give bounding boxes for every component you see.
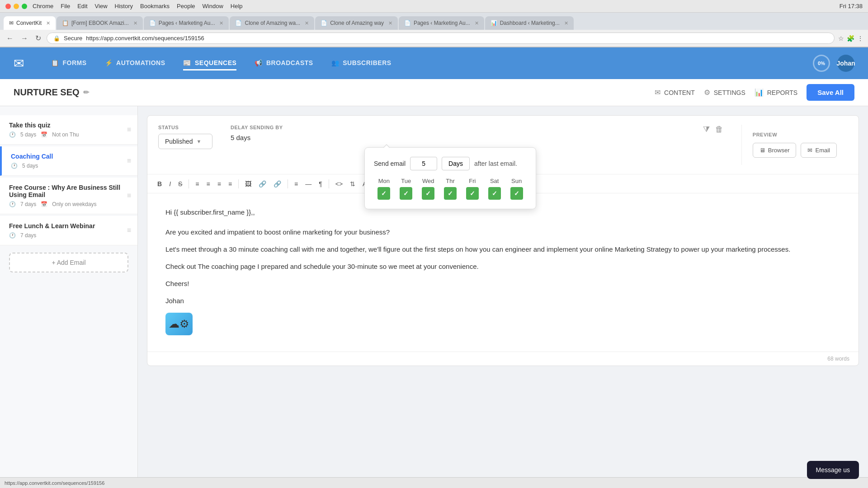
day-check-sat[interactable]: ✓ (488, 187, 501, 200)
preview-buttons: 🖥 Browser ✉ Email (753, 143, 837, 158)
day-check-thr[interactable]: ✓ (444, 187, 457, 200)
italic-button[interactable]: I (166, 178, 174, 189)
mac-titlebar: Chrome File Edit View History Bookmarks … (0, 0, 868, 13)
address-bar[interactable]: 🔒 Secure https://app.convertkit.com/sequ… (47, 33, 835, 44)
tab-close-convertkit[interactable]: ✕ (46, 20, 50, 26)
tab-close-clone2[interactable]: ✕ (388, 20, 392, 26)
day-label-wed: Wed (422, 178, 434, 184)
maximize-window-button[interactable] (22, 4, 27, 9)
indent-button[interactable]: ≡ (215, 178, 224, 189)
message-us-button[interactable]: Message us (807, 461, 859, 479)
tab-close-pages2[interactable]: ✕ (475, 20, 479, 26)
code-button[interactable]: <> (333, 178, 345, 189)
paragraph-button[interactable]: ¶ (316, 178, 325, 189)
outdent-button[interactable]: ≡ (226, 178, 235, 189)
mac-menu-help[interactable]: Help (231, 3, 243, 9)
tab-clone2[interactable]: 📄 Clone of Amazing way ✕ (315, 16, 398, 30)
mac-menu-history[interactable]: History (115, 3, 133, 9)
save-all-button[interactable]: Save All (807, 84, 854, 101)
tab-convertkit[interactable]: ✉ ConvertKit ✕ (4, 16, 56, 30)
mac-menu-window[interactable]: Window (203, 3, 223, 9)
hr-button[interactable]: — (302, 178, 314, 189)
day-label-tue: Tue (401, 178, 411, 184)
delay-group: DELAY SENDING BY 5 days (231, 125, 283, 141)
day-check-fri[interactable]: ✓ (466, 187, 479, 200)
drag-handle-coaching-call[interactable]: ≡ (127, 157, 131, 165)
filter-icon[interactable]: ⧩ (703, 125, 710, 134)
day-check-wed[interactable]: ✓ (422, 187, 434, 200)
days-unit-button[interactable]: Days (442, 157, 470, 170)
mac-menu-bookmarks[interactable]: Bookmarks (140, 3, 170, 9)
clock-icon-2: 🕐 (11, 163, 18, 169)
edit-title-icon[interactable]: ✏ (83, 88, 89, 97)
bold-button[interactable]: B (155, 178, 165, 189)
mac-menu-view[interactable]: View (95, 3, 108, 9)
settings-action[interactable]: ⚙ SETTINGS (704, 88, 745, 97)
tab-close-clone1[interactable]: ✕ (305, 20, 309, 26)
tab-close-dashboard[interactable]: ✕ (564, 20, 568, 26)
tab-close-pages1[interactable]: ✕ (219, 20, 223, 26)
signature-image: ☁⚙ (165, 313, 193, 335)
bookmark-star-icon[interactable]: ☆ (838, 35, 844, 42)
reports-action[interactable]: 📊 REPORTS (755, 88, 797, 97)
image-button[interactable]: 🖼 (242, 178, 254, 189)
extensions-icon[interactable]: 🧩 (847, 35, 854, 42)
days-grid: Mon ✓ Tue ✓ Wed ✓ Thr ✓ (374, 178, 527, 200)
unordered-list-button[interactable]: ≡ (193, 178, 202, 189)
content-action[interactable]: ✉ CONTENT (655, 88, 695, 97)
strikethrough-button[interactable]: S (175, 178, 185, 189)
tab-pages2[interactable]: 📄 Pages ‹ Marketing Au... ✕ (399, 16, 484, 30)
browser-toolbar-icons: ☆ 🧩 ⋮ (838, 35, 863, 42)
back-button[interactable]: ← (5, 33, 15, 43)
day-check-tue[interactable]: ✓ (400, 187, 412, 200)
align-button[interactable]: ≡ (292, 178, 301, 189)
close-window-button[interactable] (5, 4, 11, 9)
status-select[interactable]: Published ▼ (158, 134, 212, 149)
mac-menu-file[interactable]: File (61, 3, 70, 9)
nav-subscribers[interactable]: 👥 SUBSCRIBERS (331, 56, 392, 70)
nav-automations[interactable]: ⚡ AUTOMATIONS (105, 56, 165, 70)
menu-icon[interactable]: ⋮ (857, 35, 863, 42)
tab-ebook[interactable]: 📋 [Form] EBOOK Amazi... ✕ (57, 16, 143, 30)
mac-menu-edit[interactable]: Edit (77, 3, 87, 9)
tab-dashboard[interactable]: 📊 Dashboard ‹ Marketing... ✕ (485, 16, 574, 30)
days-number-input[interactable] (410, 157, 437, 170)
email-preview-button[interactable]: ✉ Email (801, 143, 837, 158)
nav-broadcasts[interactable]: 📢 BROADCASTS (255, 56, 313, 70)
tab-pages1[interactable]: 📄 Pages ‹ Marketing Au... ✕ (144, 16, 229, 30)
editor-body[interactable]: Hi {{ subscriber.first_name }},, Are you… (147, 193, 859, 352)
mac-menu-people[interactable]: People (177, 3, 195, 9)
sidebar-email-free-course[interactable]: Free Course : Why Are Business Still Usi… (0, 178, 137, 214)
status-bar: https://app.convertkit.com/sequences/159… (0, 477, 868, 488)
tab-clone1[interactable]: 📄 Clone of Amazing wa... ✕ (230, 16, 314, 30)
user-avatar[interactable]: Johan (837, 55, 854, 72)
reload-button[interactable]: ↻ (33, 33, 43, 43)
page-title-text: NURTURE SEQ (14, 87, 80, 98)
day-label-thr: Thr (446, 178, 455, 184)
tab-close-ebook[interactable]: ✕ (133, 20, 137, 26)
unlink-button[interactable]: 🔗 (271, 178, 284, 189)
mac-menu-chrome[interactable]: Chrome (33, 3, 53, 9)
sidebar-email-coaching-call[interactable]: Coaching Call 🕐 5 days ≡ (0, 146, 137, 176)
add-email-button[interactable]: + Add Email (9, 253, 128, 272)
day-check-sun[interactable]: ✓ (510, 187, 523, 200)
drag-handle-free-course[interactable]: ≡ (127, 192, 131, 200)
browser-preview-button[interactable]: 🖥 Browser (753, 143, 797, 158)
window-controls[interactable] (5, 4, 27, 9)
ordered-list-button[interactable]: ≡ (204, 178, 213, 189)
sidebar-email-take-quiz[interactable]: Take this quiz 🕐 5 days 📅 Not on Thu ≡ (0, 115, 137, 145)
nav-sequences[interactable]: 📰 SEQUENCES (183, 56, 236, 70)
minimize-window-button[interactable] (14, 4, 19, 9)
drag-handle-free-lunch[interactable]: ≡ (127, 226, 131, 235)
email-days-free-course: 7 days (20, 201, 36, 207)
progress-indicator[interactable]: 0% (813, 55, 830, 72)
nav-forms[interactable]: 📋 FORMS (51, 56, 87, 70)
link-button[interactable]: 🔗 (256, 178, 269, 189)
day-check-mon[interactable]: ✓ (377, 187, 390, 200)
drag-handle-take-quiz[interactable]: ≡ (127, 126, 131, 134)
format-button[interactable]: ⇅ (347, 178, 358, 189)
delete-icon[interactable]: 🗑 (715, 125, 723, 134)
delay-value[interactable]: 5 days (231, 134, 283, 141)
sidebar-email-free-lunch[interactable]: Free Lunch & Learn Webinar 🕐 7 days ≡ (0, 216, 137, 245)
forward-button[interactable]: → (19, 33, 30, 43)
